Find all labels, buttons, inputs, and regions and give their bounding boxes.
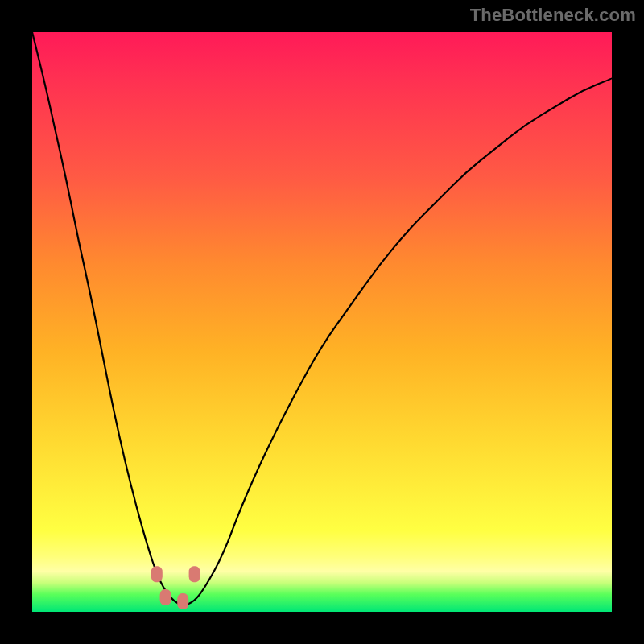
bottleneck-curve <box>32 32 612 605</box>
plot-area <box>32 32 612 612</box>
watermark-text: TheBottleneck.com <box>470 5 636 26</box>
marker-right-lower <box>177 593 188 609</box>
curve-overlay <box>32 32 612 612</box>
chart-frame: TheBottleneck.com <box>0 0 644 644</box>
marker-right-upper <box>189 566 200 582</box>
marker-left-lower <box>160 589 171 605</box>
marker-left-upper <box>151 566 163 582</box>
